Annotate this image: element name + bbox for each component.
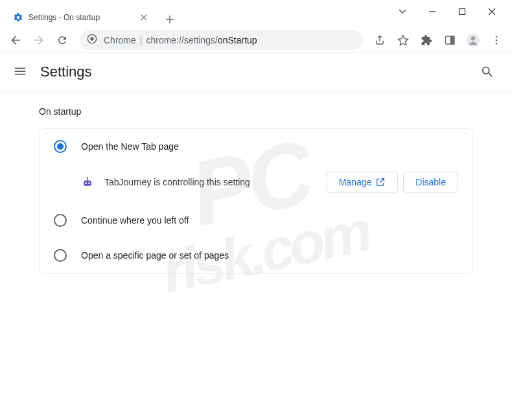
window-minimize-button[interactable] (417, 1, 447, 22)
tab-strip: Settings - On startup (0, 5, 382, 29)
window-dropdown-icon[interactable] (388, 1, 417, 22)
disable-label: Disable (415, 177, 446, 187)
svg-point-9 (496, 36, 498, 38)
svg-point-11 (496, 42, 498, 44)
radio-unselected-icon[interactable] (54, 249, 67, 262)
gear-icon (13, 12, 23, 23)
option-continue-where-left-off[interactable]: Continue where you left off (40, 203, 472, 238)
url-path: onStartup (218, 35, 257, 45)
back-button[interactable] (5, 30, 26, 51)
option-label: Continue where you left off (81, 215, 189, 226)
profile-avatar-icon[interactable] (463, 30, 483, 51)
settings-header: Settings (0, 53, 512, 91)
window-maximize-button[interactable] (447, 1, 477, 22)
notice-actions: Manage Disable (327, 172, 458, 192)
tab-close-button[interactable] (139, 12, 149, 23)
chrome-menu-icon[interactable] (486, 30, 507, 51)
svg-point-3 (90, 37, 93, 40)
option-label: Open a specific page or set of pages (81, 250, 229, 261)
browser-toolbar: Chrome | chrome://settings/onStartup (0, 27, 512, 53)
section-title: On startup (39, 106, 473, 117)
browser-tab[interactable]: Settings - On startup (6, 6, 156, 29)
address-bar[interactable]: Chrome | chrome://settings/onStartup (79, 30, 363, 50)
extension-controlling-notice: TabJourney is controlling this setting M… (40, 164, 472, 203)
settings-content: On startup Open the New Tab page TabJour… (0, 91, 512, 289)
startup-options-card: Open the New Tab page TabJourney is cont… (39, 128, 473, 274)
svg-rect-12 (84, 181, 91, 186)
notice-text: TabJourney is controlling this setting (104, 177, 327, 187)
search-button[interactable] (476, 60, 499, 84)
open-external-icon (375, 177, 386, 187)
bookmark-star-icon[interactable] (393, 30, 413, 51)
url-scheme: chrome://settings/ (146, 35, 218, 45)
radio-selected-icon[interactable] (54, 140, 67, 153)
page-title: Settings (40, 64, 476, 80)
radio-unselected-icon[interactable] (54, 214, 67, 227)
svg-point-16 (87, 177, 88, 178)
svg-point-8 (471, 36, 475, 40)
svg-rect-1 (460, 9, 465, 15)
share-icon[interactable] (369, 30, 390, 51)
forward-button[interactable] (29, 30, 49, 51)
disable-button[interactable]: Disable (403, 172, 458, 192)
tab-title: Settings - On startup (29, 13, 135, 22)
reload-button[interactable] (52, 30, 73, 51)
svg-point-14 (88, 182, 90, 184)
svg-point-13 (85, 182, 87, 184)
option-label: Open the New Tab page (81, 141, 179, 152)
url-separator: | (140, 35, 143, 45)
manage-label: Manage (339, 177, 372, 187)
url-prefix: Chrome (104, 35, 136, 45)
extensions-puzzle-icon[interactable] (416, 30, 437, 51)
extension-robot-icon (81, 176, 94, 189)
svg-point-10 (496, 39, 498, 41)
new-tab-button[interactable] (161, 10, 179, 29)
manage-button[interactable]: Manage (327, 172, 399, 192)
option-new-tab-page[interactable]: Open the New Tab page (40, 129, 472, 164)
window-close-button[interactable] (477, 1, 507, 22)
option-specific-pages[interactable]: Open a specific page or set of pages (40, 238, 472, 273)
hamburger-menu-icon[interactable] (13, 64, 29, 80)
svg-rect-6 (451, 36, 454, 44)
chrome-security-icon (87, 34, 97, 46)
side-panel-icon[interactable] (439, 30, 460, 51)
